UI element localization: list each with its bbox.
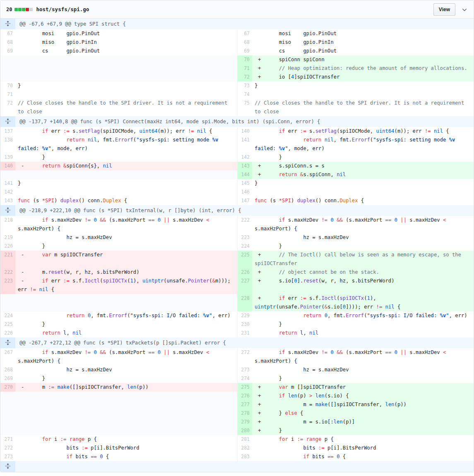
line-number[interactable]: 272 [237, 348, 252, 366]
line-number[interactable]: 270 [0, 383, 15, 392]
code-line [252, 90, 474, 99]
line-number[interactable]: 269 [0, 374, 15, 383]
line-number[interactable]: 224 [0, 311, 15, 320]
file-name-link[interactable]: host/sysfs/spi.go [36, 6, 89, 12]
line-number[interactable]: 143 [0, 196, 15, 205]
code-line [15, 188, 237, 196]
code-line: - if err := s.f.Ioctl(spiIOCTx(1), uintp… [15, 277, 237, 294]
line-number[interactable]: 144 [237, 170, 252, 179]
code-line: + // The Ioctl() call below is seen as a… [252, 251, 474, 268]
diff-row: 222- m.reset(w, r, hz, s.bitsPerWord)226… [0, 268, 474, 277]
line-number[interactable]: 228 [237, 294, 252, 311]
line-number[interactable]: 267 [0, 348, 15, 366]
line-number[interactable]: 71 [0, 90, 15, 99]
line-number[interactable]: 225 [0, 320, 15, 329]
line-number[interactable]: 67 [237, 29, 252, 38]
line-number[interactable]: 272 [0, 444, 15, 452]
line-number[interactable]: 68 [237, 38, 252, 47]
line-number[interactable]: 273 [0, 452, 15, 461]
line-number[interactable]: 143 [237, 162, 252, 170]
line-number[interactable]: 225 [237, 251, 252, 268]
code-line: if s.maxHzDev != 0 && (s.maxHzPort == 0 … [15, 216, 237, 233]
view-button[interactable]: View [433, 3, 455, 16]
line-number[interactable]: 222 [0, 268, 15, 277]
filler-line-number [0, 294, 15, 311]
line-number[interactable]: 137 [0, 127, 15, 136]
expand-hunk-button[interactable] [0, 337, 15, 348]
code-line: bits := p[i].BitsPerWord [15, 444, 237, 452]
expand-hunk-button[interactable] [0, 461, 15, 472]
line-number[interactable]: 276 [237, 392, 252, 400]
line-number[interactable]: 274 [237, 374, 252, 383]
file-options-toggle[interactable] [460, 5, 469, 14]
line-number[interactable]: 141 [0, 179, 15, 188]
line-number[interactable]: 142 [0, 188, 15, 196]
line-number[interactable]: 277 [237, 400, 252, 409]
expand-hunk-button[interactable] [0, 116, 15, 127]
line-number[interactable]: 73 [237, 81, 252, 90]
line-number[interactable]: 146 [237, 188, 252, 196]
line-number[interactable]: 282 [237, 444, 252, 452]
line-number[interactable]: 141 [237, 136, 252, 153]
hunk-header-row: @@ -67,6 +67,9 @@ type SPI struct { [0, 19, 474, 29]
line-number[interactable]: 71 [237, 64, 252, 73]
line-number[interactable]: 69 [0, 47, 15, 55]
line-number[interactable]: 72 [237, 73, 252, 81]
code-line: return l, nil [15, 329, 237, 337]
line-number[interactable]: 280 [237, 426, 252, 435]
addition-sign: + [258, 400, 261, 409]
line-number[interactable]: 68 [0, 38, 15, 47]
line-number[interactable]: 230 [237, 320, 252, 329]
line-number[interactable]: 273 [237, 366, 252, 374]
unfold-icon [5, 207, 11, 213]
line-number[interactable]: 67 [0, 29, 15, 38]
line-number[interactable]: 74 [237, 90, 252, 99]
filler-line-number [0, 426, 15, 435]
filler-cell [15, 73, 237, 81]
code-line: func (s *SPI) duplex() conn.Duplex { [15, 196, 237, 205]
line-number[interactable]: 226 [0, 329, 15, 337]
line-number[interactable]: 70 [237, 55, 252, 64]
line-number[interactable]: 147 [237, 196, 252, 205]
line-number[interactable]: 279 [237, 418, 252, 426]
line-number[interactable]: 271 [0, 435, 15, 444]
code-line: cs gpio.PinOut [252, 47, 474, 55]
line-number[interactable]: 278 [237, 409, 252, 418]
line-number[interactable]: 145 [237, 179, 252, 188]
filler-cell [15, 294, 237, 311]
line-number[interactable]: 70 [0, 81, 15, 90]
line-number[interactable]: 75 [237, 99, 252, 116]
line-number[interactable]: 283 [237, 452, 252, 461]
line-number[interactable]: 223 [237, 233, 252, 242]
line-number[interactable]: 227 [237, 277, 252, 294]
line-number[interactable]: 72 [0, 99, 15, 116]
line-number[interactable]: 222 [237, 216, 252, 233]
line-number[interactable]: 140 [0, 162, 15, 170]
line-number[interactable]: 140 [237, 127, 252, 136]
line-number[interactable]: 275 [237, 383, 252, 392]
line-number[interactable]: 268 [0, 366, 15, 374]
line-number[interactable]: 220 [0, 242, 15, 251]
line-number[interactable]: 231 [237, 329, 252, 337]
code-line: + s.spiConn.s = s [252, 162, 474, 170]
code-line: hz = s.maxHzDev [15, 366, 237, 374]
line-number[interactable]: 223 [0, 277, 15, 294]
code-line: } [15, 179, 237, 188]
diff-row: 221- var m spiIOCTransfer225+ // The Ioc… [0, 251, 474, 268]
line-number[interactable]: 229 [237, 311, 252, 320]
line-number[interactable]: 226 [237, 268, 252, 277]
line-number[interactable]: 69 [237, 47, 252, 55]
unfold-icon [5, 21, 11, 26]
line-number[interactable]: 281 [237, 435, 252, 444]
line-number[interactable]: 142 [237, 153, 252, 162]
code-line [15, 90, 237, 99]
line-number[interactable]: 218 [0, 216, 15, 233]
line-number[interactable]: 221 [0, 251, 15, 268]
expand-hunk-button[interactable] [0, 19, 15, 29]
line-number[interactable]: 139 [0, 153, 15, 162]
expand-hunk-button[interactable] [0, 205, 15, 216]
line-number[interactable]: 219 [0, 233, 15, 242]
line-number[interactable]: 224 [237, 242, 252, 251]
code-line: miso gpio.PinIn [15, 38, 237, 47]
line-number[interactable]: 138 [0, 136, 15, 153]
